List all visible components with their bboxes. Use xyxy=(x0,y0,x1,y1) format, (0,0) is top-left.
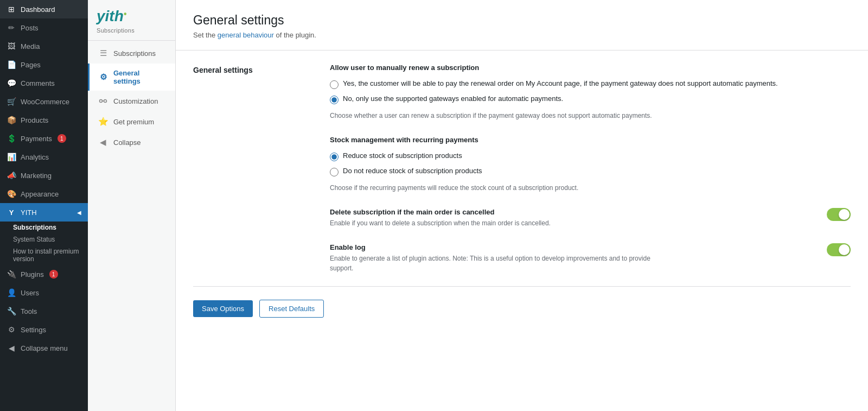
marketing-icon: 📣 xyxy=(7,170,16,180)
sidebar-item-pages[interactable]: 📄 Pages xyxy=(0,55,88,74)
manual-renew-yes-radio[interactable] xyxy=(330,80,339,89)
plugin-nav-label: Get premium xyxy=(113,118,154,126)
sidebar-item-label: Payments xyxy=(21,135,52,143)
plugin-nav-customization[interactable]: Customization xyxy=(88,91,175,111)
plugin-sidebar: yith• Subscriptions ☰ Subscriptions ⚙ Ge… xyxy=(88,0,176,411)
plugins-icon: 🔌 xyxy=(7,269,16,279)
sidebar-item-collapse-menu[interactable]: ◀ Collapse menu xyxy=(0,339,88,357)
enable-log-row: Enable log Enable to generate a list of … xyxy=(330,243,851,273)
sidebar-item-tools[interactable]: 🔧 Tools xyxy=(0,302,88,320)
collapse-nav-icon: ◀ xyxy=(98,137,108,147)
comments-icon: 💬 xyxy=(7,78,16,88)
sidebar-item-settings[interactable]: ⚙ Settings xyxy=(0,320,88,339)
sidebar-item-label: Collapse menu xyxy=(21,344,68,352)
analytics-icon: 📊 xyxy=(7,152,16,162)
sidebar-item-label: WooCommerce xyxy=(21,98,69,106)
enable-log-info: Enable log Enable to generate a list of … xyxy=(330,243,655,273)
customization-nav-icon xyxy=(98,96,108,106)
sidebar-item-label: Posts xyxy=(21,24,39,32)
toggle-thumb xyxy=(839,244,850,255)
sidebar-item-posts[interactable]: ✏ Posts xyxy=(0,18,88,37)
stock-no-reduce-option[interactable]: Do not reduce stock of subscription prod… xyxy=(330,167,851,176)
reset-defaults-button[interactable]: Reset Defaults xyxy=(259,300,324,318)
yith-plugin-logo: yith• Subscriptions xyxy=(88,0,175,41)
general-settings-nav-icon: ⚙ xyxy=(98,72,108,82)
subscriptions-nav-icon: ☰ xyxy=(98,48,108,58)
wp-admin-sidebar: ⊞ Dashboard ✏ Posts 🖼 Media 📄 Pages 💬 Co… xyxy=(0,0,88,411)
manual-renew-yes-label: Yes, the customer will be able to pay th… xyxy=(343,79,778,87)
sidebar-item-woocommerce[interactable]: 🛒 WooCommerce xyxy=(0,92,88,111)
toggle-thumb xyxy=(839,209,850,220)
pages-icon: 📄 xyxy=(7,60,16,69)
enable-log-toggle[interactable] xyxy=(827,243,851,256)
subitem-label: System Status xyxy=(13,236,55,243)
enable-log-label: Enable log xyxy=(330,243,655,251)
stock-reduce-radio[interactable] xyxy=(330,153,339,161)
plugin-nav-label: General settings xyxy=(113,69,167,85)
sidebar-item-label: YITH xyxy=(21,208,37,217)
stock-no-reduce-radio[interactable] xyxy=(330,168,339,176)
stock-reduce-label: Reduce stock of subscription products xyxy=(343,151,462,160)
sidebar-subitem-system-status[interactable]: System Status xyxy=(0,233,88,245)
sidebar-item-dashboard[interactable]: ⊞ Dashboard xyxy=(0,0,88,18)
svg-point-1 xyxy=(104,100,107,103)
stock-reduce-option[interactable]: Reduce stock of subscription products xyxy=(330,151,851,161)
plugin-nav-label: Subscriptions xyxy=(113,49,156,58)
sidebar-item-appearance[interactable]: 🎨 Appearance xyxy=(0,185,88,203)
page-subtitle: Set the general behaviour of the plugin. xyxy=(193,31,851,39)
sidebar-item-marketing[interactable]: 📣 Marketing xyxy=(0,166,88,185)
manual-renew-no-label: No, only use the supported gateways enab… xyxy=(343,94,563,103)
page-title: General settings xyxy=(193,13,851,28)
media-icon: 🖼 xyxy=(7,41,16,51)
sidebar-subitem-how-to-install[interactable]: How to install premium version xyxy=(0,245,88,265)
sidebar-item-comments[interactable]: 💬 Comments xyxy=(0,74,88,92)
sidebar-item-label: Pages xyxy=(21,61,41,69)
plugin-nav-get-premium[interactable]: ⭐ Get premium xyxy=(88,111,175,132)
manual-renew-no-radio[interactable] xyxy=(330,96,339,104)
sidebar-item-yith[interactable]: Y YITH ◀ xyxy=(0,203,88,222)
logo-dot-accent: • xyxy=(124,9,127,18)
stock-management-hint: Choose if the recurring payments will re… xyxy=(330,183,851,193)
sidebar-item-label: Tools xyxy=(21,307,37,315)
sidebar-item-label: Comments xyxy=(21,79,55,87)
page-header: General settings Set the general behavio… xyxy=(176,0,868,50)
sidebar-item-label: Settings xyxy=(21,326,46,334)
sidebar-item-products[interactable]: 📦 Products xyxy=(0,111,88,129)
yith-logo-mark: yith• xyxy=(97,9,167,24)
plugins-badge: 1 xyxy=(49,270,58,279)
sidebar-subitem-subscriptions[interactable]: Subscriptions xyxy=(0,222,88,233)
sidebar-item-label: Dashboard xyxy=(21,5,55,14)
plugin-name-label: Subscriptions xyxy=(97,27,167,34)
enable-log-desc: Enable to generate a list of plugin acti… xyxy=(330,254,655,273)
delete-subscription-desc: Enable if you want to delete a subscript… xyxy=(330,218,551,228)
posts-icon: ✏ xyxy=(7,23,16,33)
sidebar-item-users[interactable]: 👤 Users xyxy=(0,283,88,302)
dashboard-icon: ⊞ xyxy=(7,4,16,14)
collapse-icon: ◀ xyxy=(7,343,16,353)
sidebar-item-label: Appearance xyxy=(21,190,59,198)
plugin-nav-subscriptions[interactable]: ☰ Subscriptions xyxy=(88,43,175,64)
plugin-nav-collapse[interactable]: ◀ Collapse xyxy=(88,132,175,153)
sidebar-item-media[interactable]: 🖼 Media xyxy=(0,37,88,55)
payments-icon: 💲 xyxy=(7,134,16,143)
plugin-nav-general-settings[interactable]: ⚙ General settings xyxy=(88,64,175,91)
users-icon: 👤 xyxy=(7,288,16,298)
appearance-icon: 🎨 xyxy=(7,189,16,199)
tools-icon: 🔧 xyxy=(7,306,16,316)
sidebar-item-plugins[interactable]: 🔌 Plugins 1 xyxy=(0,265,88,283)
manual-renew-group: Allow user to manually renew a subscript… xyxy=(330,64,851,121)
get-premium-nav-icon: ⭐ xyxy=(98,117,108,127)
sidebar-item-payments[interactable]: 💲 Payments 1 xyxy=(0,129,88,148)
subitem-label: How to install premium version xyxy=(13,248,79,263)
payments-badge: 1 xyxy=(58,134,66,143)
save-options-button[interactable]: Save Options xyxy=(193,300,253,317)
subtitle-link[interactable]: general behaviour xyxy=(218,31,274,39)
sidebar-item-analytics[interactable]: 📊 Analytics xyxy=(0,148,88,166)
settings-icon: ⚙ xyxy=(7,325,16,334)
manual-renew-yes-option[interactable]: Yes, the customer will be able to pay th… xyxy=(330,79,851,89)
sidebar-item-label: Users xyxy=(21,289,39,297)
plugin-nav-label: Customization xyxy=(113,97,158,105)
settings-fields: Allow user to manually renew a subscript… xyxy=(330,64,851,273)
delete-subscription-toggle[interactable] xyxy=(827,208,851,221)
manual-renew-no-option[interactable]: No, only use the supported gateways enab… xyxy=(330,94,851,104)
